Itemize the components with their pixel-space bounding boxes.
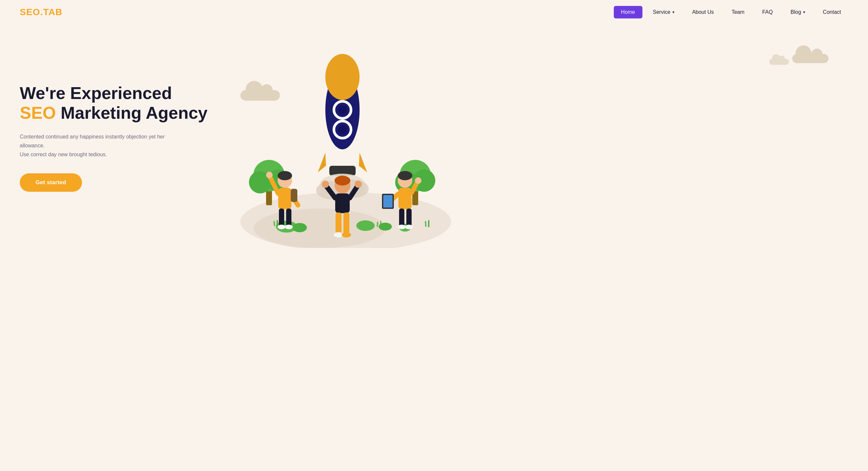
svg-point-42	[335, 176, 350, 186]
nav-item-faq[interactable]: FAQ	[755, 6, 780, 19]
nav-item-blog[interactable]: Blog ▾	[783, 6, 812, 19]
hero-title-seo: SEO	[20, 103, 56, 122]
svg-rect-16	[277, 220, 278, 227]
main-nav: Home Service ▾ About Us Team FAQ Blog ▾ …	[614, 6, 848, 19]
svg-rect-49	[343, 212, 349, 234]
logo-dot: .	[40, 7, 43, 17]
cloud-right-1	[792, 54, 829, 63]
chevron-down-icon: ▾	[673, 10, 674, 14]
svg-point-62	[398, 225, 406, 229]
svg-point-51	[342, 232, 351, 237]
get-started-button[interactable]: Get started	[20, 173, 82, 192]
svg-rect-61	[406, 208, 412, 227]
svg-rect-37	[279, 208, 284, 227]
nav-item-about[interactable]: About Us	[685, 6, 721, 19]
hero-title-line2: Marketing Agency	[61, 103, 208, 122]
svg-point-47	[354, 180, 362, 188]
svg-rect-54	[398, 188, 412, 209]
logo: SEO.TAB	[20, 7, 62, 18]
logo-tab: TAB	[43, 7, 62, 17]
hero-section: We're Experienced SEO Marketing Agency C…	[0, 24, 868, 469]
svg-marker-24	[318, 153, 326, 172]
svg-point-63	[405, 225, 413, 229]
svg-point-45	[322, 180, 329, 188]
svg-point-59	[415, 177, 422, 184]
hero-text-block: We're Experienced SEO Marketing Agency C…	[20, 44, 208, 192]
nav-item-home[interactable]: Home	[614, 6, 643, 19]
svg-point-11	[292, 223, 307, 232]
hero-illustration	[221, 44, 848, 249]
svg-rect-48	[336, 212, 341, 234]
svg-point-40	[285, 225, 293, 229]
hero-description: Contented continued any happiness instan…	[20, 132, 184, 159]
svg-rect-32	[278, 188, 291, 209]
hero-title-line1: We're Experienced	[20, 83, 172, 103]
svg-point-34	[266, 172, 273, 178]
nav-item-service[interactable]: Service ▾	[646, 6, 682, 19]
svg-point-39	[278, 225, 285, 229]
svg-rect-38	[286, 208, 291, 227]
svg-rect-60	[399, 208, 404, 227]
cloud-right-2	[769, 59, 789, 65]
svg-point-19	[326, 54, 360, 100]
svg-rect-67	[380, 221, 381, 225]
header: SEO.TAB Home Service ▾ About Us Team FAQ…	[0, 0, 868, 24]
hero-svg-illustration	[221, 44, 451, 248]
svg-rect-43	[335, 193, 350, 213]
chevron-down-icon-blog: ▾	[803, 10, 805, 14]
svg-rect-65	[428, 220, 429, 227]
svg-point-21	[338, 105, 347, 114]
svg-point-12	[356, 221, 375, 231]
svg-rect-36	[291, 189, 297, 202]
svg-point-53	[398, 171, 412, 180]
svg-marker-25	[359, 153, 367, 172]
svg-point-23	[338, 125, 347, 134]
svg-point-50	[334, 232, 343, 237]
hero-title: We're Experienced SEO Marketing Agency	[20, 83, 208, 123]
logo-seo: SEO	[20, 7, 40, 17]
nav-item-contact[interactable]: Contact	[816, 6, 848, 19]
svg-point-31	[278, 171, 292, 180]
nav-item-team[interactable]: Team	[724, 6, 752, 19]
svg-rect-57	[383, 195, 393, 207]
